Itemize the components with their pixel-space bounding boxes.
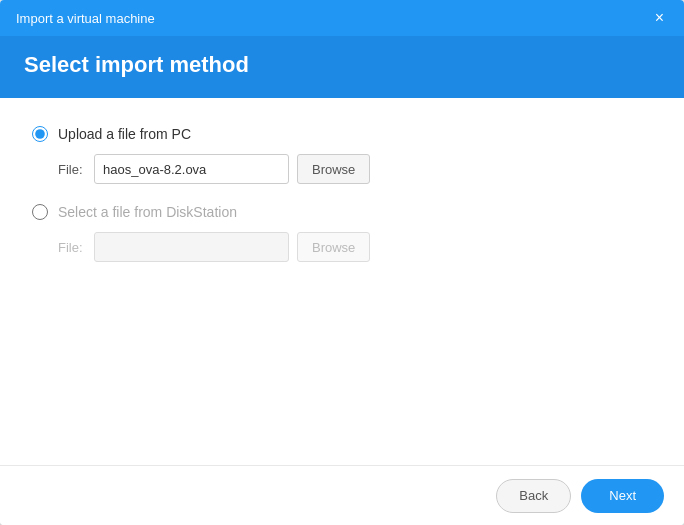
upload-file-label: File: (58, 162, 94, 177)
diskstation-file-row: File: Browse (58, 232, 652, 262)
diskstation-file-input[interactable] (94, 232, 289, 262)
upload-file-input[interactable] (94, 154, 289, 184)
content-area: Upload a file from PC File: Browse Selec… (0, 98, 684, 465)
footer: Back Next (0, 465, 684, 525)
upload-file-row: File: Browse (58, 154, 652, 184)
diskstation-file-label: File: (58, 240, 94, 255)
upload-option-row: Upload a file from PC (32, 126, 652, 142)
header-section: Select import method (0, 36, 684, 98)
dialog-title: Import a virtual machine (16, 11, 155, 26)
diskstation-option-row: Select a file from DiskStation (32, 204, 652, 220)
title-bar: Import a virtual machine × (0, 0, 684, 36)
diskstation-radio[interactable] (32, 204, 48, 220)
diskstation-label[interactable]: Select a file from DiskStation (58, 204, 237, 220)
page-title: Select import method (24, 52, 660, 78)
upload-radio[interactable] (32, 126, 48, 142)
back-button[interactable]: Back (496, 479, 571, 513)
next-button[interactable]: Next (581, 479, 664, 513)
import-dialog: Import a virtual machine × Select import… (0, 0, 684, 525)
upload-label[interactable]: Upload a file from PC (58, 126, 191, 142)
diskstation-browse-button[interactable]: Browse (297, 232, 370, 262)
upload-browse-button[interactable]: Browse (297, 154, 370, 184)
close-button[interactable]: × (651, 8, 668, 28)
